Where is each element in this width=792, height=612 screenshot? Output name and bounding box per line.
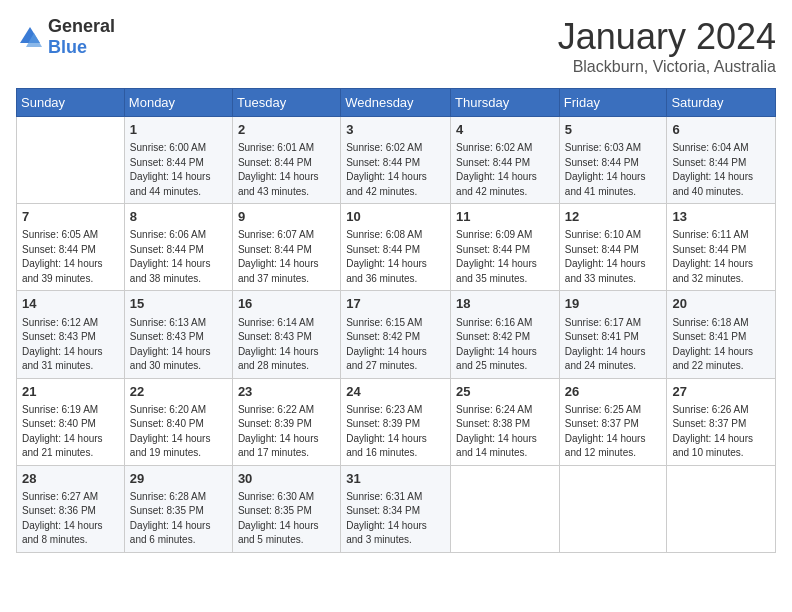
day-info: Sunrise: 6:24 AMSunset: 8:38 PMDaylight:… — [456, 403, 554, 461]
logo-blue: Blue — [48, 37, 87, 57]
day-info: Sunrise: 6:31 AMSunset: 8:34 PMDaylight:… — [346, 490, 445, 548]
calendar-cell — [667, 465, 776, 552]
calendar-week-5: 28Sunrise: 6:27 AMSunset: 8:36 PMDayligh… — [17, 465, 776, 552]
day-info: Sunrise: 6:16 AMSunset: 8:42 PMDaylight:… — [456, 316, 554, 374]
calendar-cell: 7Sunrise: 6:05 AMSunset: 8:44 PMDaylight… — [17, 204, 125, 291]
day-info: Sunrise: 6:13 AMSunset: 8:43 PMDaylight:… — [130, 316, 227, 374]
calendar-cell: 16Sunrise: 6:14 AMSunset: 8:43 PMDayligh… — [232, 291, 340, 378]
location-title: Blackburn, Victoria, Australia — [558, 58, 776, 76]
day-number: 1 — [130, 121, 227, 139]
calendar-week-1: 1Sunrise: 6:00 AMSunset: 8:44 PMDaylight… — [17, 117, 776, 204]
calendar-week-4: 21Sunrise: 6:19 AMSunset: 8:40 PMDayligh… — [17, 378, 776, 465]
calendar-cell: 29Sunrise: 6:28 AMSunset: 8:35 PMDayligh… — [124, 465, 232, 552]
calendar-cell: 30Sunrise: 6:30 AMSunset: 8:35 PMDayligh… — [232, 465, 340, 552]
day-info: Sunrise: 6:02 AMSunset: 8:44 PMDaylight:… — [456, 141, 554, 199]
calendar-cell: 4Sunrise: 6:02 AMSunset: 8:44 PMDaylight… — [451, 117, 560, 204]
day-info: Sunrise: 6:03 AMSunset: 8:44 PMDaylight:… — [565, 141, 662, 199]
calendar-week-2: 7Sunrise: 6:05 AMSunset: 8:44 PMDaylight… — [17, 204, 776, 291]
day-info: Sunrise: 6:04 AMSunset: 8:44 PMDaylight:… — [672, 141, 770, 199]
day-number: 22 — [130, 383, 227, 401]
day-number: 31 — [346, 470, 445, 488]
day-info: Sunrise: 6:01 AMSunset: 8:44 PMDaylight:… — [238, 141, 335, 199]
day-number: 15 — [130, 295, 227, 313]
day-number: 4 — [456, 121, 554, 139]
calendar-cell: 23Sunrise: 6:22 AMSunset: 8:39 PMDayligh… — [232, 378, 340, 465]
day-info: Sunrise: 6:15 AMSunset: 8:42 PMDaylight:… — [346, 316, 445, 374]
calendar-week-3: 14Sunrise: 6:12 AMSunset: 8:43 PMDayligh… — [17, 291, 776, 378]
weekday-monday: Monday — [124, 89, 232, 117]
calendar-table: SundayMondayTuesdayWednesdayThursdayFrid… — [16, 88, 776, 553]
day-info: Sunrise: 6:27 AMSunset: 8:36 PMDaylight:… — [22, 490, 119, 548]
calendar-cell: 19Sunrise: 6:17 AMSunset: 8:41 PMDayligh… — [559, 291, 667, 378]
calendar-cell: 8Sunrise: 6:06 AMSunset: 8:44 PMDaylight… — [124, 204, 232, 291]
day-number: 26 — [565, 383, 662, 401]
calendar-cell: 22Sunrise: 6:20 AMSunset: 8:40 PMDayligh… — [124, 378, 232, 465]
calendar-cell: 27Sunrise: 6:26 AMSunset: 8:37 PMDayligh… — [667, 378, 776, 465]
day-number: 20 — [672, 295, 770, 313]
day-info: Sunrise: 6:07 AMSunset: 8:44 PMDaylight:… — [238, 228, 335, 286]
day-info: Sunrise: 6:05 AMSunset: 8:44 PMDaylight:… — [22, 228, 119, 286]
calendar-cell: 18Sunrise: 6:16 AMSunset: 8:42 PMDayligh… — [451, 291, 560, 378]
day-info: Sunrise: 6:25 AMSunset: 8:37 PMDaylight:… — [565, 403, 662, 461]
day-info: Sunrise: 6:26 AMSunset: 8:37 PMDaylight:… — [672, 403, 770, 461]
day-number: 28 — [22, 470, 119, 488]
day-info: Sunrise: 6:17 AMSunset: 8:41 PMDaylight:… — [565, 316, 662, 374]
calendar-cell: 17Sunrise: 6:15 AMSunset: 8:42 PMDayligh… — [341, 291, 451, 378]
logo-general: General — [48, 16, 115, 36]
day-number: 16 — [238, 295, 335, 313]
calendar-cell: 1Sunrise: 6:00 AMSunset: 8:44 PMDaylight… — [124, 117, 232, 204]
day-info: Sunrise: 6:14 AMSunset: 8:43 PMDaylight:… — [238, 316, 335, 374]
day-info: Sunrise: 6:00 AMSunset: 8:44 PMDaylight:… — [130, 141, 227, 199]
day-number: 8 — [130, 208, 227, 226]
logo-icon — [16, 23, 44, 51]
calendar-cell: 28Sunrise: 6:27 AMSunset: 8:36 PMDayligh… — [17, 465, 125, 552]
day-number: 5 — [565, 121, 662, 139]
calendar-cell: 20Sunrise: 6:18 AMSunset: 8:41 PMDayligh… — [667, 291, 776, 378]
day-number: 17 — [346, 295, 445, 313]
day-info: Sunrise: 6:18 AMSunset: 8:41 PMDaylight:… — [672, 316, 770, 374]
calendar-cell: 26Sunrise: 6:25 AMSunset: 8:37 PMDayligh… — [559, 378, 667, 465]
day-info: Sunrise: 6:10 AMSunset: 8:44 PMDaylight:… — [565, 228, 662, 286]
calendar-cell — [451, 465, 560, 552]
calendar-cell: 31Sunrise: 6:31 AMSunset: 8:34 PMDayligh… — [341, 465, 451, 552]
page-header: General Blue January 2024 Blackburn, Vic… — [16, 16, 776, 76]
calendar-cell: 2Sunrise: 6:01 AMSunset: 8:44 PMDaylight… — [232, 117, 340, 204]
weekday-saturday: Saturday — [667, 89, 776, 117]
day-info: Sunrise: 6:22 AMSunset: 8:39 PMDaylight:… — [238, 403, 335, 461]
day-number: 29 — [130, 470, 227, 488]
calendar-cell: 15Sunrise: 6:13 AMSunset: 8:43 PMDayligh… — [124, 291, 232, 378]
day-number: 14 — [22, 295, 119, 313]
day-info: Sunrise: 6:23 AMSunset: 8:39 PMDaylight:… — [346, 403, 445, 461]
day-info: Sunrise: 6:08 AMSunset: 8:44 PMDaylight:… — [346, 228, 445, 286]
calendar-cell: 6Sunrise: 6:04 AMSunset: 8:44 PMDaylight… — [667, 117, 776, 204]
day-number: 9 — [238, 208, 335, 226]
title-block: January 2024 Blackburn, Victoria, Austra… — [558, 16, 776, 76]
day-number: 13 — [672, 208, 770, 226]
day-info: Sunrise: 6:20 AMSunset: 8:40 PMDaylight:… — [130, 403, 227, 461]
calendar-cell: 21Sunrise: 6:19 AMSunset: 8:40 PMDayligh… — [17, 378, 125, 465]
day-number: 19 — [565, 295, 662, 313]
calendar-cell — [559, 465, 667, 552]
day-number: 12 — [565, 208, 662, 226]
weekday-wednesday: Wednesday — [341, 89, 451, 117]
day-number: 2 — [238, 121, 335, 139]
day-info: Sunrise: 6:12 AMSunset: 8:43 PMDaylight:… — [22, 316, 119, 374]
calendar-cell: 25Sunrise: 6:24 AMSunset: 8:38 PMDayligh… — [451, 378, 560, 465]
day-number: 7 — [22, 208, 119, 226]
month-title: January 2024 — [558, 16, 776, 58]
day-info: Sunrise: 6:28 AMSunset: 8:35 PMDaylight:… — [130, 490, 227, 548]
calendar-cell: 10Sunrise: 6:08 AMSunset: 8:44 PMDayligh… — [341, 204, 451, 291]
day-info: Sunrise: 6:11 AMSunset: 8:44 PMDaylight:… — [672, 228, 770, 286]
weekday-tuesday: Tuesday — [232, 89, 340, 117]
day-info: Sunrise: 6:09 AMSunset: 8:44 PMDaylight:… — [456, 228, 554, 286]
day-info: Sunrise: 6:06 AMSunset: 8:44 PMDaylight:… — [130, 228, 227, 286]
day-info: Sunrise: 6:30 AMSunset: 8:35 PMDaylight:… — [238, 490, 335, 548]
day-number: 23 — [238, 383, 335, 401]
logo: General Blue — [16, 16, 115, 58]
day-number: 24 — [346, 383, 445, 401]
calendar-cell: 12Sunrise: 6:10 AMSunset: 8:44 PMDayligh… — [559, 204, 667, 291]
calendar-cell: 14Sunrise: 6:12 AMSunset: 8:43 PMDayligh… — [17, 291, 125, 378]
weekday-header-row: SundayMondayTuesdayWednesdayThursdayFrid… — [17, 89, 776, 117]
weekday-thursday: Thursday — [451, 89, 560, 117]
calendar-cell: 3Sunrise: 6:02 AMSunset: 8:44 PMDaylight… — [341, 117, 451, 204]
